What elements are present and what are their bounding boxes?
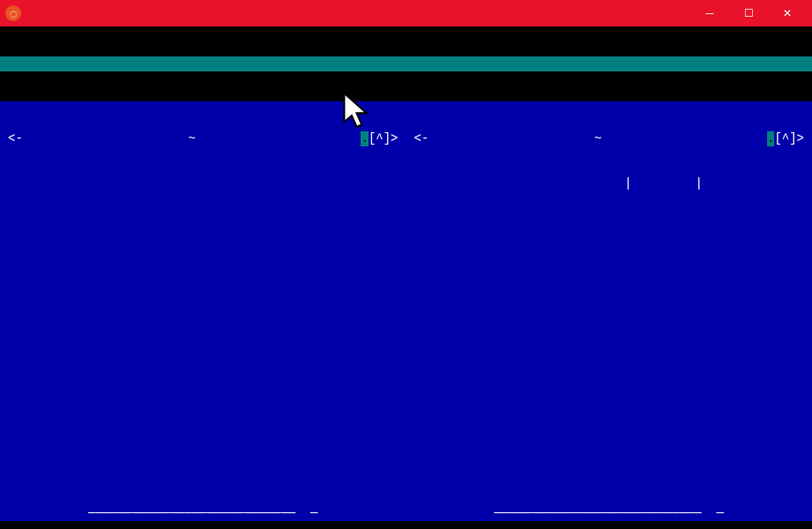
left-path: ~ <box>188 131 195 145</box>
close-button[interactable]: ✕ <box>768 0 807 26</box>
ubuntu-icon: ◌ <box>5 5 21 21</box>
window-titlebar: ◌ ─ ☐ ✕ <box>0 0 812 26</box>
menubar <box>0 56 812 71</box>
maximize-button[interactable]: ☐ <box>729 0 768 26</box>
scroll-right-icon[interactable]: . <box>767 131 774 146</box>
terminal: <-~.[^]> ──────────────────────────── ─ … <box>0 26 812 529</box>
right-header: | | <box>406 176 813 191</box>
right-panel[interactable]: <-~.[^]> | | ───────────────────────────… <box>406 101 813 521</box>
scroll-left-icon[interactable]: . <box>361 131 368 146</box>
minimize-button[interactable]: ─ <box>690 0 729 26</box>
left-panel[interactable]: <-~.[^]> ──────────────────────────── ─ <box>0 101 406 521</box>
